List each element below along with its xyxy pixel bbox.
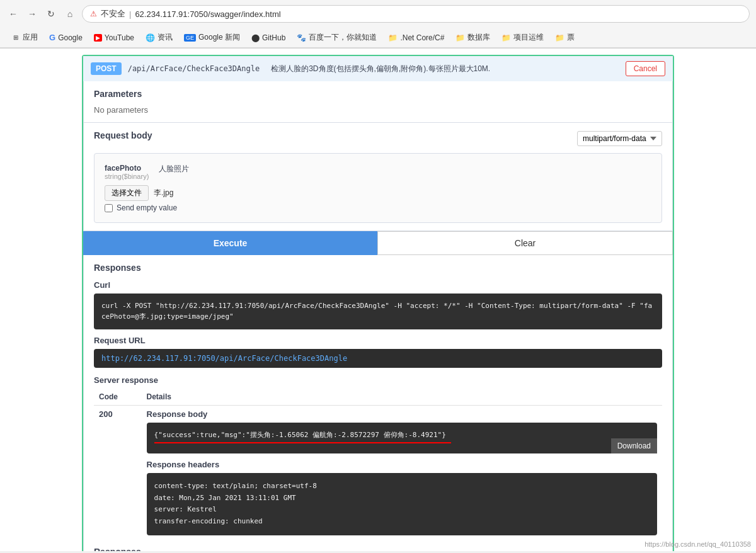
curl-section: Curl curl -X POST "http://62.234.117.91:… (94, 280, 662, 329)
bookmarks-bar: ⊞ 应用 G Google ▶ YouTube 🌐 资讯 GE Google 新… (0, 28, 756, 48)
action-buttons-row: Execute Clear (83, 231, 673, 255)
header-server: server: Kestrel (154, 504, 650, 516)
address-bar[interactable]: ⚠ 不安全 | 62.234.117.91:7050/swagger/index… (82, 5, 750, 23)
github-icon: ⬤ (251, 33, 260, 42)
bookmark-ticket-label: 票 (567, 32, 575, 43)
response-headers-label: Response headers (147, 460, 657, 469)
response-body-container: {"success":true,"msg":"摆头角:-1.65062 偏航角:… (147, 423, 657, 453)
field-description: 人脸照片 (159, 164, 189, 174)
response-headers-section: Response headers content-type: text/plai… (147, 460, 657, 535)
response-body-code: {"success":true,"msg":"摆头角:-1.65062 偏航角:… (147, 423, 657, 453)
details-header: Details (142, 389, 662, 406)
request-body-header: Request body multipart/form-dataapplicat… (94, 130, 662, 147)
request-url-code: http://62.234.117.91:7050/api/ArcFace/Ch… (94, 349, 662, 368)
request-body-section: Request body multipart/form-dataapplicat… (83, 123, 673, 231)
content-type-select[interactable]: multipart/form-dataapplication/json (577, 131, 662, 146)
endpoint-path: /api/ArcFace/CheckFace3DAngle (128, 64, 260, 73)
header-content-type: content-type: text/plain; charset=utf-8 (154, 481, 650, 493)
bookmark-google[interactable]: G Google (44, 31, 88, 44)
response-details: Response body {"success":true,"msg":"摆头角… (147, 409, 657, 535)
response-body-text: {"success":true,"msg":"摆头角:-1.65062 偏航角:… (154, 431, 446, 439)
response-code-200: 200 (99, 409, 113, 419)
main-content: POST /api/ArcFace/CheckFace3DAngle 检测人脸的… (0, 48, 756, 551)
file-choose-button[interactable]: 选择文件 (105, 185, 149, 201)
bookmark-github[interactable]: ⬤ GitHub (246, 31, 290, 44)
send-empty-label: Send empty value (117, 203, 177, 212)
nav-bar: ← → ↻ ⌂ ⚠ 不安全 | 62.234.117.91:7050/swagg… (0, 0, 756, 28)
responses-section: Responses Curl curl -X POST "http://62.2… (83, 255, 673, 551)
clear-button[interactable]: Clear (377, 231, 673, 255)
endpoint-description: 检测人脸的3D角度(包括摆头角,偏朝角,附仰角).每张照片最大10M. (271, 64, 490, 74)
cancel-button[interactable]: Cancel (626, 61, 665, 76)
lock-icon: ⚠ (90, 9, 97, 18)
folder-icon-4: 📁 (555, 33, 564, 42)
endpoint-wrapper: POST /api/ArcFace/CheckFace3DAngle 检测人脸的… (82, 55, 674, 551)
browser-chrome: ← → ↻ ⌂ ⚠ 不安全 | 62.234.117.91:7050/swagg… (0, 0, 756, 48)
folder-icon-1: 📁 (388, 33, 398, 42)
header-date: date: Mon,25 Jan 2021 13:11:01 GMT (154, 493, 650, 505)
bookmark-googlenews-label: Google 新闻 (198, 32, 240, 43)
bookmark-dotnet-label: .Net Core/C# (400, 33, 444, 42)
header-transfer-encoding: transfer-encoding: chunked (154, 516, 650, 528)
address-text: 62.234.117.91:7050/swagger/index.html (135, 9, 280, 19)
folder-icon-3: 📁 (501, 33, 511, 42)
globe-icon: 🌐 (146, 33, 155, 42)
endpoint-left: POST /api/ArcFace/CheckFace3DAngle 检测人脸的… (91, 62, 490, 75)
download-button[interactable]: Download (611, 438, 657, 453)
server-response-label: Server response (94, 375, 662, 385)
forward-button[interactable]: → (25, 7, 39, 21)
bookmark-database-label: 数据库 (467, 32, 490, 43)
field-info: facePhoto string($binary) (105, 164, 149, 180)
bookmark-devops[interactable]: 📁 项目运维 (496, 30, 549, 45)
curl-code-block: curl -X POST "http://62.234.117.91:7050/… (94, 294, 662, 329)
parameters-title: Parameters (94, 89, 662, 99)
file-input-row: 选择文件 李.jpg (105, 185, 651, 201)
request-url-label: Request URL (94, 336, 662, 345)
reload-button[interactable]: ↻ (44, 7, 58, 21)
request-body-title: Request body (94, 130, 152, 140)
back-button[interactable]: ← (6, 7, 20, 21)
baidu-icon: 🐾 (297, 33, 306, 42)
field-type: string($binary) (105, 173, 149, 180)
red-underline (154, 442, 452, 443)
file-name-display: 李.jpg (154, 188, 173, 198)
ge-icon: GE (184, 34, 196, 42)
bookmark-apps[interactable]: ⊞ 应用 (6, 30, 43, 45)
bookmark-baidu[interactable]: 🐾 百度一下，你就知道 (292, 30, 382, 45)
folder-icon-2: 📁 (455, 33, 465, 42)
bookmark-apps-label: 应用 (23, 32, 38, 43)
bookmark-youtube-label: YouTube (105, 33, 134, 42)
apps-icon: ⊞ (11, 33, 20, 42)
responses-title: Responses (94, 263, 662, 273)
response-body-label: Response body (147, 409, 657, 419)
bookmark-youtube[interactable]: ▶ YouTube (89, 31, 139, 44)
code-header: Code (94, 389, 142, 406)
google-icon: G (49, 33, 55, 42)
file-upload-area: facePhoto string($binary) 人脸照片 选择文件 李.jp… (94, 153, 662, 223)
home-button[interactable]: ⌂ (63, 7, 77, 21)
youtube-icon: ▶ (94, 34, 102, 42)
bookmark-github-label: GitHub (262, 33, 285, 42)
bookmark-dotnet[interactable]: 📁 .Net Core/C# (383, 31, 449, 44)
send-empty-row: Send empty value (105, 203, 651, 212)
bookmark-ticket[interactable]: 📁 票 (550, 30, 580, 45)
bookmark-baidu-label: 百度一下，你就知道 (309, 32, 377, 43)
bookmark-news[interactable]: 🌐 资讯 (140, 30, 178, 45)
request-url-section: Request URL http://62.234.117.91:7050/ap… (94, 336, 662, 368)
send-empty-checkbox[interactable] (105, 204, 113, 212)
parameters-section: Parameters No parameters (83, 81, 673, 123)
bookmark-database[interactable]: 📁 数据库 (450, 30, 495, 45)
field-row: facePhoto string($binary) 人脸照片 (105, 164, 651, 180)
curl-label: Curl (94, 280, 662, 290)
endpoint-top: POST /api/ArcFace/CheckFace3DAngle 检测人脸的… (83, 56, 673, 81)
swagger-container: POST /api/ArcFace/CheckFace3DAngle 检测人脸的… (76, 48, 680, 551)
insecure-label: 不安全 (101, 8, 125, 20)
bookmark-googlenews[interactable]: GE Google 新闻 (179, 30, 245, 45)
field-name: facePhoto (105, 164, 149, 173)
bookmark-devops-label: 项目运维 (513, 32, 544, 43)
execute-button[interactable]: Execute (83, 231, 377, 255)
response-row-200: 200 Response body {"success":true,"msg":… (94, 406, 662, 539)
response-headers-code: content-type: text/plain; charset=utf-8 … (147, 473, 657, 535)
server-response-section: Server response Code Details 200 (94, 375, 662, 539)
bookmark-google-label: Google (58, 33, 83, 42)
